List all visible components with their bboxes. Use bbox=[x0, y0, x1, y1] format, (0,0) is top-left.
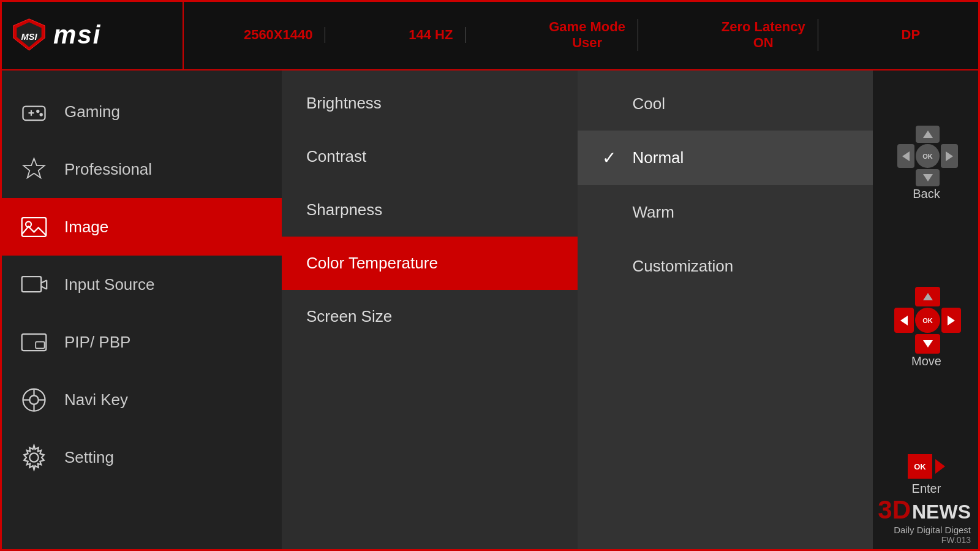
sidebar-item-image[interactable]: Image bbox=[0, 198, 282, 256]
navi-key-icon bbox=[18, 384, 49, 415]
menu-item-screen-size[interactable]: Screen Size bbox=[282, 290, 578, 343]
move-left-btn[interactable] bbox=[894, 308, 914, 333]
svg-marker-8 bbox=[23, 158, 44, 178]
header-game-mode: Game Mode User bbox=[537, 19, 638, 51]
sidebar-pip-pbp-label: PIP/ PBP bbox=[64, 333, 130, 352]
sidebar-item-professional[interactable]: Professional bbox=[0, 140, 282, 198]
cool-check bbox=[602, 94, 620, 113]
color-temperature-label: Color Temperature bbox=[306, 254, 438, 273]
brightness-label: Brightness bbox=[306, 94, 382, 113]
svg-line-12 bbox=[41, 280, 47, 283]
option-item-warm[interactable]: Warm bbox=[578, 185, 873, 239]
back-right-btn[interactable] bbox=[941, 144, 958, 168]
watermark: 3D NEWS Daily Digital Digest FW.013 bbox=[878, 495, 971, 545]
main-content: Gaming Professional Image bbox=[0, 70, 980, 551]
msi-shield-icon: MSI bbox=[12, 18, 46, 51]
move-ok-text: OK bbox=[922, 317, 933, 324]
header-resolution: 2560X1440 bbox=[232, 27, 326, 43]
normal-check: ✓ bbox=[602, 148, 620, 168]
svg-text:MSI: MSI bbox=[21, 32, 37, 42]
watermark-firmware: FW.013 bbox=[878, 535, 971, 545]
move-down-btn[interactable] bbox=[915, 334, 940, 354]
warm-check bbox=[602, 202, 620, 222]
center-panel: Brightness Contrast Sharpness Color Temp… bbox=[282, 70, 578, 551]
header-refresh-rate: 144 HZ bbox=[396, 27, 466, 43]
image-icon bbox=[18, 211, 49, 242]
move-right-btn[interactable] bbox=[941, 308, 961, 333]
option-item-cool[interactable]: Cool bbox=[578, 77, 873, 131]
sidebar-gaming-label: Gaming bbox=[64, 102, 120, 121]
watermark-3d: 3D bbox=[878, 495, 911, 525]
contrast-label: Contrast bbox=[306, 147, 366, 166]
header-input: DP bbox=[889, 27, 933, 43]
customization-check bbox=[602, 256, 620, 276]
msi-logo: MSI msi bbox=[12, 18, 101, 51]
controls-panel: OK Back bbox=[873, 70, 980, 551]
option-item-customization[interactable]: Customization bbox=[578, 239, 873, 293]
back-down-btn[interactable] bbox=[916, 169, 940, 186]
sidebar-setting-label: Setting bbox=[64, 448, 114, 467]
msi-brand-text: msi bbox=[53, 20, 101, 50]
warm-label: Warm bbox=[633, 203, 674, 222]
normal-label: Normal bbox=[633, 148, 684, 167]
cool-label: Cool bbox=[633, 94, 665, 113]
move-up-btn[interactable] bbox=[915, 287, 940, 306]
svg-point-18 bbox=[29, 395, 38, 404]
sidebar-item-pip-pbp[interactable]: PIP/ PBP bbox=[0, 313, 282, 371]
gaming-icon bbox=[18, 96, 49, 127]
sidebar-professional-label: Professional bbox=[64, 160, 152, 179]
sidebar-navi-key-label: Navi Key bbox=[64, 390, 128, 409]
back-control-group: OK Back bbox=[897, 126, 956, 201]
sidebar-input-source-label: Input Source bbox=[64, 275, 154, 294]
svg-rect-16 bbox=[36, 341, 44, 348]
sidebar-item-setting[interactable]: Setting bbox=[0, 428, 282, 486]
back-up-btn[interactable] bbox=[916, 126, 940, 143]
menu-item-color-temperature[interactable]: Color Temperature bbox=[282, 237, 578, 290]
move-label: Move bbox=[911, 354, 941, 368]
sidebar-item-input-source[interactable]: Input Source bbox=[0, 256, 282, 313]
back-ok-btn[interactable]: OK bbox=[916, 144, 940, 168]
pip-pbp-icon bbox=[18, 327, 49, 357]
enter-label: Enter bbox=[912, 482, 941, 496]
professional-icon bbox=[18, 154, 49, 184]
header-stats: 2560X1440 144 HZ Game Mode User Zero Lat… bbox=[184, 19, 980, 51]
move-control-group: OK Move bbox=[894, 287, 959, 368]
svg-line-13 bbox=[41, 286, 47, 289]
customization-label: Customization bbox=[633, 257, 734, 276]
menu-item-contrast[interactable]: Contrast bbox=[282, 130, 578, 183]
back-ok-text: OK bbox=[922, 153, 933, 160]
menu-item-brightness[interactable]: Brightness bbox=[282, 77, 578, 130]
watermark-news: NEWS bbox=[912, 501, 971, 523]
sharpness-label: Sharpness bbox=[306, 200, 382, 219]
back-label: Back bbox=[913, 187, 940, 201]
svg-point-6 bbox=[37, 110, 39, 112]
enter-ok-btn[interactable]: OK bbox=[908, 454, 932, 479]
svg-rect-9 bbox=[21, 218, 46, 237]
svg-point-23 bbox=[29, 453, 38, 462]
setting-icon bbox=[18, 442, 49, 473]
sidebar-item-gaming[interactable]: Gaming bbox=[0, 83, 282, 140]
watermark-subtitle: Daily Digital Digest bbox=[878, 525, 971, 535]
enter-ok-text: OK bbox=[914, 462, 926, 471]
header-latency: Zero Latency ON bbox=[709, 19, 818, 51]
sidebar-item-navi-key[interactable]: Navi Key bbox=[0, 371, 282, 428]
input-source-icon bbox=[18, 269, 49, 300]
enter-arrow-icon bbox=[935, 459, 945, 474]
svg-rect-11 bbox=[21, 276, 40, 292]
logo-area: MSI msi bbox=[0, 0, 184, 69]
screen-size-label: Screen Size bbox=[306, 307, 392, 326]
header: MSI msi 2560X1440 144 HZ Game Mode User … bbox=[0, 0, 980, 70]
move-ok-btn[interactable]: OK bbox=[915, 308, 940, 333]
svg-point-7 bbox=[40, 113, 42, 116]
right-panel: Cool ✓ Normal Warm Customization bbox=[578, 70, 873, 551]
menu-item-sharpness[interactable]: Sharpness bbox=[282, 183, 578, 237]
back-left-btn[interactable] bbox=[897, 144, 914, 168]
sidebar: Gaming Professional Image bbox=[0, 70, 282, 551]
sidebar-image-label: Image bbox=[64, 218, 108, 237]
option-item-normal[interactable]: ✓ Normal bbox=[578, 131, 873, 185]
enter-control-group: OK Enter bbox=[908, 454, 945, 496]
